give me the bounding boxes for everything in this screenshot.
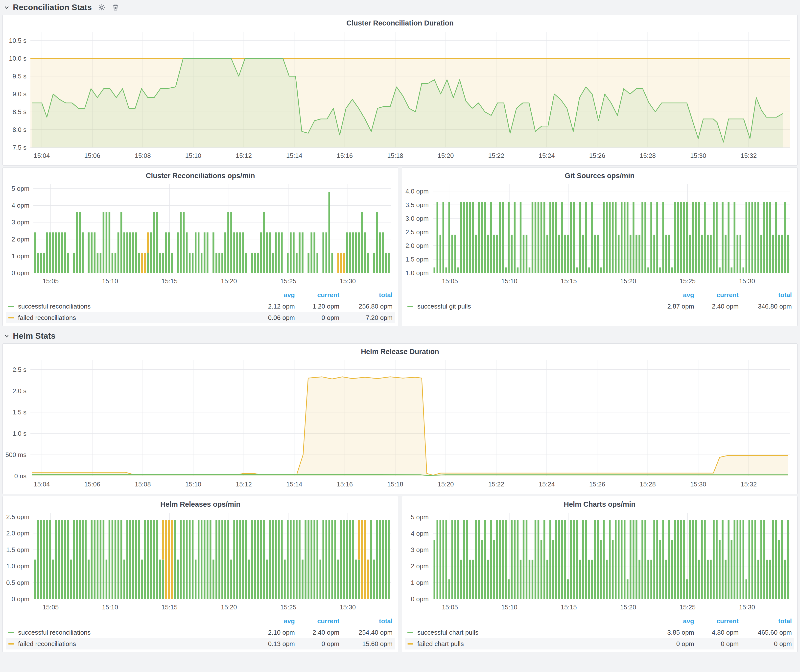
series-color-dash-icon bbox=[8, 643, 14, 645]
svg-text:2.5 opm: 2.5 opm bbox=[6, 513, 29, 521]
legend-col-total[interactable]: total bbox=[739, 617, 792, 625]
legend-stats-header: avgcurrenttotal bbox=[6, 289, 395, 301]
legend-col-avg[interactable]: avg bbox=[250, 291, 295, 299]
svg-text:8.5 s: 8.5 s bbox=[13, 108, 26, 115]
legend-stat-value: 2.87 opm bbox=[650, 302, 694, 310]
legend-col-avg[interactable]: avg bbox=[650, 291, 694, 299]
svg-text:500 ms: 500 ms bbox=[6, 451, 26, 458]
svg-text:15:15: 15:15 bbox=[561, 277, 577, 285]
svg-text:2.5 opm: 2.5 opm bbox=[405, 228, 429, 236]
panel-title[interactable]: Git Sources ops/min bbox=[405, 170, 794, 181]
legend: avgcurrenttotalsuccessful chart pulls3.8… bbox=[405, 615, 794, 650]
cluster-reconciliation-duration-chart[interactable]: 10.5 s10.0 s9.5 s9.0 s8.5 s8.0 s7.5 s15:… bbox=[6, 28, 794, 162]
panel-git-sources-opm: Git Sources ops/min 4.0 opm3.5 opm3.0 op… bbox=[402, 168, 798, 326]
svg-text:7.5 s: 7.5 s bbox=[13, 144, 26, 151]
svg-text:15:15: 15:15 bbox=[162, 603, 178, 611]
legend-row: failed reconciliations0.06 opm0 opm7.20 … bbox=[6, 312, 395, 323]
svg-text:15:20: 15:20 bbox=[438, 152, 454, 159]
legend-stat-value: 0 opm bbox=[650, 640, 694, 648]
legend-col-total[interactable]: total bbox=[739, 291, 792, 299]
panel-title[interactable]: Helm Releases ops/min bbox=[6, 498, 395, 509]
svg-text:15:18: 15:18 bbox=[387, 480, 403, 488]
panel-title[interactable]: Helm Release Duration bbox=[6, 346, 794, 357]
panel-title[interactable]: Helm Charts ops/min bbox=[405, 498, 794, 509]
legend-series-name[interactable]: successful reconciliations bbox=[8, 629, 250, 636]
svg-text:15:26: 15:26 bbox=[589, 152, 605, 159]
legend-series-name[interactable]: failed chart pulls bbox=[407, 640, 650, 648]
svg-text:15:24: 15:24 bbox=[539, 152, 555, 159]
svg-text:15:26: 15:26 bbox=[589, 480, 605, 488]
svg-text:1.0 s: 1.0 s bbox=[13, 430, 26, 437]
legend: avgcurrenttotalsuccessful reconciliation… bbox=[6, 289, 395, 323]
svg-text:15:10: 15:10 bbox=[185, 480, 202, 488]
panel-helm-releases-opm: Helm Releases ops/min 2.5 opm2.0 opm1.5 … bbox=[2, 496, 398, 652]
series-color-dash-icon bbox=[8, 632, 14, 633]
svg-text:3.5 opm: 3.5 opm bbox=[405, 201, 429, 209]
svg-text:15:30: 15:30 bbox=[690, 152, 706, 159]
legend-stat-value: 0 opm bbox=[739, 640, 792, 648]
panel-title[interactable]: Cluster Reconciliation Duration bbox=[6, 17, 794, 28]
legend: avgcurrenttotalsuccessful reconciliation… bbox=[6, 615, 395, 650]
section-reconciliation-stats[interactable]: Reconciliation Stats bbox=[2, 0, 798, 15]
series-color-dash-icon bbox=[407, 306, 413, 307]
legend-col-avg[interactable]: avg bbox=[250, 617, 295, 625]
svg-text:15:14: 15:14 bbox=[286, 152, 302, 159]
trash-icon[interactable] bbox=[112, 3, 120, 11]
svg-text:15:25: 15:25 bbox=[680, 277, 696, 285]
svg-text:15:08: 15:08 bbox=[135, 152, 151, 159]
chevron-down-icon bbox=[4, 5, 10, 10]
legend-col-current[interactable]: current bbox=[694, 617, 739, 625]
legend-col-current[interactable]: current bbox=[295, 617, 339, 625]
legend-col-total[interactable]: total bbox=[339, 291, 393, 299]
svg-text:15:05: 15:05 bbox=[442, 603, 458, 611]
svg-text:2 opm: 2 opm bbox=[12, 235, 29, 243]
svg-text:0.5 opm: 0.5 opm bbox=[6, 579, 29, 586]
legend-stat-value: 2.40 opm bbox=[694, 302, 739, 310]
svg-text:2.5 s: 2.5 s bbox=[13, 366, 26, 373]
legend-stat-value: 346.80 opm bbox=[739, 302, 792, 310]
svg-text:15:20: 15:20 bbox=[620, 603, 636, 611]
panel-cluster-reconciliations-opm: Cluster Reconciliations ops/min 5 opm4 o… bbox=[2, 168, 398, 326]
gear-icon[interactable] bbox=[98, 3, 106, 11]
svg-text:15:30: 15:30 bbox=[739, 603, 755, 611]
svg-text:4 opm: 4 opm bbox=[411, 530, 429, 537]
legend-col-current[interactable]: current bbox=[295, 291, 339, 299]
helm-releases-opm-chart[interactable]: 2.5 opm2.0 opm1.5 opm1.0 opm0.5 opm0 opm… bbox=[6, 509, 395, 613]
svg-text:4.0 opm: 4.0 opm bbox=[405, 187, 429, 195]
svg-text:15:10: 15:10 bbox=[102, 603, 118, 611]
svg-text:15:16: 15:16 bbox=[337, 480, 353, 488]
legend-col-current[interactable]: current bbox=[694, 291, 739, 299]
legend-series-name[interactable]: failed reconciliations bbox=[8, 314, 250, 322]
git-sources-opm-chart[interactable]: 4.0 opm3.5 opm3.0 opm2.5 opm2.0 opm1.5 o… bbox=[405, 181, 794, 287]
svg-text:15:24: 15:24 bbox=[539, 480, 555, 488]
svg-text:15:05: 15:05 bbox=[43, 277, 59, 285]
svg-text:2.0 opm: 2.0 opm bbox=[6, 530, 29, 537]
svg-text:8.0 s: 8.0 s bbox=[13, 126, 26, 133]
legend-stat-value: 256.80 opm bbox=[339, 302, 393, 310]
svg-text:15:28: 15:28 bbox=[640, 480, 656, 488]
svg-text:1.5 opm: 1.5 opm bbox=[405, 256, 429, 263]
svg-text:10.5 s: 10.5 s bbox=[9, 37, 26, 44]
legend-series-name[interactable]: successful git pulls bbox=[407, 302, 650, 310]
section-title: Reconciliation Stats bbox=[13, 3, 92, 12]
legend-stat-value: 3.85 opm bbox=[650, 629, 694, 636]
cluster-reconciliations-opm-chart[interactable]: 5 opm4 opm3 opm2 opm1 opm0 opm15:0515:10… bbox=[6, 181, 395, 287]
legend-col-total[interactable]: total bbox=[339, 617, 393, 625]
svg-text:15:32: 15:32 bbox=[741, 480, 757, 488]
helm-release-duration-chart[interactable]: 2.5 s2.0 s1.5 s1.0 s500 ms0 ns15:0415:06… bbox=[6, 357, 794, 490]
svg-text:3 opm: 3 opm bbox=[12, 218, 29, 226]
helm-charts-opm-chart[interactable]: 5 opm4 opm3 opm2 opm1 opm0 opm15:0515:10… bbox=[405, 509, 794, 613]
series-color-dash-icon bbox=[8, 317, 14, 318]
panel-cluster-reconciliation-duration: Cluster Reconciliation Duration 10.5 s10… bbox=[2, 15, 798, 166]
panel-title[interactable]: Cluster Reconciliations ops/min bbox=[6, 170, 395, 181]
legend-stat-value: 7.20 opm bbox=[339, 314, 393, 322]
section-helm-stats[interactable]: Helm Stats bbox=[2, 329, 798, 343]
legend-series-name[interactable]: failed reconciliations bbox=[8, 640, 250, 648]
svg-text:15:22: 15:22 bbox=[488, 480, 504, 488]
legend-series-name[interactable]: successful chart pulls bbox=[407, 629, 650, 636]
svg-text:15:14: 15:14 bbox=[286, 480, 302, 488]
svg-text:15:20: 15:20 bbox=[620, 277, 636, 285]
legend-series-name[interactable]: successful reconciliations bbox=[8, 302, 250, 310]
svg-text:15:25: 15:25 bbox=[280, 603, 296, 611]
legend-col-avg[interactable]: avg bbox=[650, 617, 694, 625]
